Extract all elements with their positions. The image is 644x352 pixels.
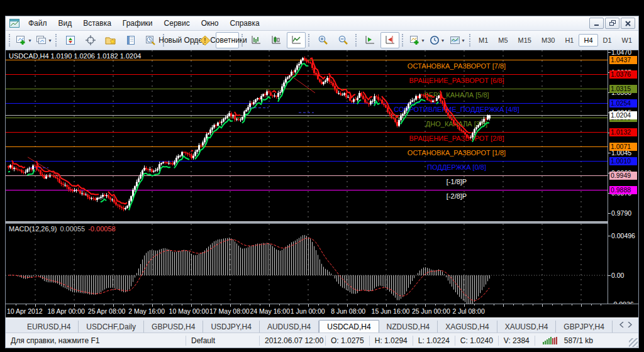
advisors-button[interactable]: Советники xyxy=(216,32,238,48)
time-axis-tick xyxy=(396,304,397,305)
status-volume: V: 2384 xyxy=(499,336,535,346)
indicators-button[interactable]: ▾ xyxy=(408,32,426,48)
minimize-button[interactable] xyxy=(589,18,604,29)
price-badge: 1.0437 xyxy=(609,56,637,64)
timeframe-d1[interactable]: D1 xyxy=(598,34,617,47)
navigator-button[interactable] xyxy=(101,32,120,48)
mt4-window: Файл Вид Вставка Графики Сервис Окно Спр… xyxy=(5,16,639,348)
dropdown-arrow-icon: ▾ xyxy=(28,38,31,43)
timeframe-w1[interactable]: W1 xyxy=(617,34,638,47)
timeframe-m5[interactable]: M5 xyxy=(493,34,513,47)
menu-view[interactable]: Вид xyxy=(53,17,78,30)
tab-xauusd-h4[interactable]: XAUUSD,H4 xyxy=(497,321,557,333)
tab-eurusd-h4[interactable]: EURUSD,H4 xyxy=(19,321,79,333)
timeframe-m1[interactable]: M1 xyxy=(474,34,493,47)
trendline-annotation[interactable] xyxy=(28,157,69,182)
time-axis-tick xyxy=(260,304,260,305)
status-open: O: 1.0275 xyxy=(326,336,370,346)
tab-usdcad-h4[interactable]: USDCAD,H4 xyxy=(319,320,379,333)
time-axis-tick xyxy=(513,304,514,305)
tabs-scroll-right-button[interactable] xyxy=(628,319,632,330)
toolbar-grip[interactable] xyxy=(469,34,471,47)
zoom-out-button[interactable] xyxy=(334,32,353,48)
price-pane[interactable]: ОСТАНОВКА_РАЗВОРОТ [7/8]ВРАЩЕНИЕ_РАЗВОРО… xyxy=(6,50,608,221)
tab-gbpusd-h4[interactable]: GBPUSD,H4 xyxy=(144,321,203,333)
time-axis-label: 24 May 16:00 xyxy=(250,307,290,315)
bar-chart-type-button[interactable] xyxy=(247,32,265,48)
price-axis-tick-mark xyxy=(608,153,611,153)
timeframe-h1[interactable]: H1 xyxy=(560,34,579,47)
connection-section: 587/1 kb xyxy=(535,336,598,346)
tab-gbpjpy-h4[interactable]: GBPJPY,H4 xyxy=(556,321,612,333)
toolbar-grip[interactable] xyxy=(9,34,11,47)
time-axis-tick xyxy=(201,304,202,305)
close-button[interactable] xyxy=(621,18,635,29)
data-window-button[interactable] xyxy=(81,32,100,48)
market-watch-button[interactable] xyxy=(61,32,80,48)
price-badge: 1.0071 xyxy=(609,143,637,151)
toolbar-grip[interactable] xyxy=(55,34,57,47)
toolbar-grip[interactable] xyxy=(308,34,310,47)
timeframe-m15[interactable]: M15 xyxy=(513,34,536,47)
profiles-button[interactable]: ▾ xyxy=(34,32,53,48)
new-order-button[interactable]: Новый Ордер xyxy=(168,32,194,48)
tab-nzdusd-h4[interactable]: NZDUSD,H4 xyxy=(379,321,438,333)
time-axis-tick xyxy=(289,304,289,305)
time-axis-tick xyxy=(552,304,553,305)
terminal-button[interactable] xyxy=(121,32,140,48)
murrey-level-label: ОСТАНОВКА_РАЗВОРОТ [7/8] xyxy=(408,62,506,70)
trend-overlay-line xyxy=(191,150,193,151)
menu-tools[interactable]: Сервис xyxy=(158,17,196,30)
price-axis-tick-mark xyxy=(608,213,611,214)
time-axis-tick xyxy=(435,304,436,305)
trend-overlay-line xyxy=(101,199,106,202)
timeframe-h4[interactable]: H4 xyxy=(579,34,597,47)
candlestick-type-button[interactable] xyxy=(267,32,286,48)
time-axis-tick xyxy=(172,304,172,305)
status-profile[interactable]: Default xyxy=(186,336,260,346)
trendline-annotation[interactable] xyxy=(289,74,315,93)
toolbar-grip[interactable] xyxy=(402,34,404,47)
time-axis-tick xyxy=(357,304,358,305)
macd-name: MACD(12,26,9) xyxy=(9,225,57,233)
tab-usdjpy-h4[interactable]: USDJPY,H4 xyxy=(203,321,259,333)
menu-charts[interactable]: Графики xyxy=(117,17,158,30)
menu-file[interactable]: Файл xyxy=(23,17,53,30)
templates-button[interactable]: ▾ xyxy=(448,32,467,48)
toolbar-grip[interactable] xyxy=(242,34,243,47)
murrey-level-label: [-2/8]P xyxy=(447,192,467,200)
chart-area[interactable]: ОСТАНОВКА_РАЗВОРОТ [7/8]ВРАЩЕНИЕ_РАЗВОРО… xyxy=(6,50,638,317)
resize-grip[interactable] xyxy=(629,338,638,347)
macd-histogram xyxy=(9,235,490,305)
dropdown-arrow-icon: ▾ xyxy=(422,38,425,43)
time-axis-tick xyxy=(347,304,348,307)
time-axis-tick xyxy=(591,304,592,305)
chart-shift-button[interactable] xyxy=(380,32,399,48)
auto-scroll-button[interactable] xyxy=(360,32,379,48)
new-chart-button[interactable]: ▾ xyxy=(14,32,33,48)
periods-button[interactable]: ▾ xyxy=(428,32,447,48)
tab-usdchf-daily[interactable]: USDCHF,Daily xyxy=(79,321,144,333)
line-chart-type-button[interactable] xyxy=(287,32,306,48)
time-axis-label: 2 Jul 08:00 xyxy=(452,307,484,315)
menu-help[interactable]: Справка xyxy=(225,17,265,30)
time-axis-tick xyxy=(416,304,416,305)
macd-signal-value: -0.00058 xyxy=(88,225,115,233)
time-axis-tick xyxy=(494,304,494,305)
menu-insert[interactable]: Вставка xyxy=(77,17,117,30)
timeframe-m30[interactable]: M30 xyxy=(536,34,560,47)
tab-audusd-h4[interactable]: AUDUSD,H4 xyxy=(260,321,319,333)
tab-xagusd-h4[interactable]: XAGUSD,H4 xyxy=(438,321,497,333)
time-axis-tick xyxy=(45,304,46,305)
time-axis-tick xyxy=(55,304,55,305)
strategy-tester-button[interactable] xyxy=(142,32,160,48)
tabs-scroll-left-button[interactable] xyxy=(619,319,624,330)
time-axis-tick xyxy=(162,304,163,305)
time-axis-tick xyxy=(240,304,241,305)
toolbar-grip[interactable] xyxy=(355,34,357,47)
zoom-in-button[interactable] xyxy=(314,32,333,48)
restore-button[interactable] xyxy=(605,18,619,29)
menu-window[interactable]: Окно xyxy=(196,17,225,30)
time-axis-tick xyxy=(16,304,16,305)
macd-pane[interactable]: MACD(12,26,9)0.00055-0.00058 xyxy=(6,224,608,307)
